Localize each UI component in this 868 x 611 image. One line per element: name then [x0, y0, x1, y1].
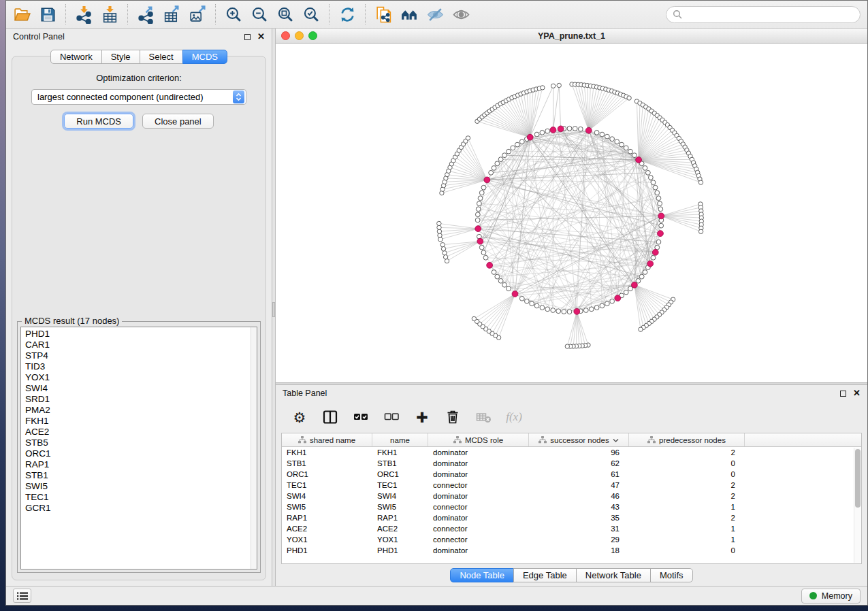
- table-cell[interactable]: STB1: [372, 458, 428, 469]
- mcds-hub-node[interactable]: [631, 282, 637, 288]
- network-node[interactable]: [441, 247, 445, 251]
- network-node[interactable]: [610, 137, 615, 142]
- network-node[interactable]: [565, 344, 569, 348]
- mcds-hub-node[interactable]: [652, 249, 658, 255]
- table-cell[interactable]: RAP1: [372, 512, 428, 523]
- network-node[interactable]: [658, 207, 663, 212]
- table-cell[interactable]: RAP1: [282, 512, 372, 523]
- network-node[interactable]: [643, 166, 647, 171]
- mcds-hub-node[interactable]: [487, 262, 493, 268]
- network-node[interactable]: [466, 136, 470, 140]
- network-node[interactable]: [632, 153, 637, 158]
- control-panel-close-button[interactable]: ✕: [257, 33, 265, 40]
- table-cell[interactable]: PHD1: [372, 545, 428, 556]
- mcds-hub-node[interactable]: [558, 126, 564, 132]
- tab-node-table[interactable]: Node Table: [450, 568, 514, 582]
- table-cell[interactable]: 46: [529, 491, 629, 501]
- splitter-handle[interactable]: [272, 302, 275, 317]
- table-cell[interactable]: 18: [529, 545, 629, 556]
- network-node[interactable]: [610, 299, 615, 303]
- network-node[interactable]: [476, 207, 481, 212]
- table-scrollbar-thumb[interactable]: [855, 449, 861, 508]
- network-node[interactable]: [498, 278, 503, 283]
- table-row[interactable]: RAP1RAP1dominator352: [282, 512, 861, 523]
- mcds-result-item[interactable]: RAP1: [21, 459, 257, 470]
- network-node[interactable]: [698, 180, 703, 184]
- mcds-result-item[interactable]: SWI5: [21, 481, 257, 492]
- export-network-button[interactable]: [133, 2, 159, 27]
- network-node[interactable]: [658, 201, 662, 206]
- network-node[interactable]: [540, 130, 545, 135]
- table-panel-float-button[interactable]: [840, 391, 846, 397]
- network-node[interactable]: [492, 166, 496, 171]
- network-node[interactable]: [624, 146, 628, 150]
- table-cell[interactable]: 43: [529, 501, 629, 512]
- table-cell[interactable]: 1: [629, 534, 745, 545]
- network-node[interactable]: [698, 229, 703, 233]
- table-cell[interactable]: 35: [529, 512, 629, 523]
- mcds-hub-node[interactable]: [550, 127, 556, 133]
- table-cell[interactable]: dominator: [428, 447, 529, 458]
- network-node[interactable]: [475, 212, 480, 217]
- network-node[interactable]: [653, 185, 658, 190]
- mcds-result-item[interactable]: ACE2: [21, 427, 257, 437]
- table-cell[interactable]: 0: [629, 545, 745, 556]
- mcds-hub-node[interactable]: [574, 308, 580, 314]
- close-panel-button[interactable]: Close panel: [142, 114, 214, 129]
- network-node[interactable]: [624, 290, 628, 295]
- network-node[interactable]: [648, 176, 653, 180]
- table-cell[interactable]: ACE2: [282, 523, 372, 534]
- mcds-result-item[interactable]: FKH1: [21, 416, 257, 427]
- export-table-button[interactable]: [159, 2, 184, 27]
- network-node[interactable]: [578, 127, 583, 131]
- split-view-button[interactable]: [320, 407, 340, 427]
- tab-select[interactable]: Select: [140, 50, 183, 64]
- network-node[interactable]: [445, 259, 449, 263]
- network-node[interactable]: [437, 221, 441, 225]
- network-node[interactable]: [605, 134, 609, 139]
- tab-mcds[interactable]: MCDS: [182, 50, 227, 64]
- network-node[interactable]: [437, 225, 441, 229]
- zoom-selected-button[interactable]: [298, 2, 324, 27]
- mcds-hub-node[interactable]: [585, 127, 592, 133]
- network-node[interactable]: [479, 245, 484, 250]
- mcds-result-item[interactable]: STP4: [21, 350, 257, 361]
- delete-entry-button[interactable]: [443, 407, 463, 427]
- mcds-hub-node[interactable]: [484, 177, 490, 183]
- table-cell[interactable]: 47: [529, 480, 629, 491]
- mcds-result-item[interactable]: YOX1: [21, 372, 257, 383]
- table-row[interactable]: STB1STB1dominator620: [282, 458, 861, 469]
- table-cell[interactable]: SWI5: [372, 501, 428, 512]
- network-node[interactable]: [562, 310, 566, 314]
- table-cell[interactable]: SWI4: [372, 491, 428, 501]
- table-cell[interactable]: ORC1: [372, 469, 428, 480]
- tab-network[interactable]: Network: [50, 50, 102, 64]
- network-node[interactable]: [551, 308, 556, 313]
- network-node[interactable]: [639, 274, 644, 279]
- add-entry-button[interactable]: ✚: [412, 407, 432, 427]
- tab-edge-table[interactable]: Edge Table: [513, 568, 577, 582]
- deselect-all-button[interactable]: [381, 407, 402, 427]
- network-node[interactable]: [478, 196, 483, 201]
- mcds-result-item[interactable]: GCR1: [21, 503, 257, 514]
- network-node[interactable]: [639, 327, 643, 331]
- table-cell[interactable]: PHD1: [282, 545, 372, 556]
- network-node[interactable]: [589, 307, 594, 312]
- tab-style[interactable]: Style: [101, 50, 140, 64]
- table-cell[interactable]: connector: [428, 523, 529, 534]
- network-node[interactable]: [502, 153, 507, 158]
- mcds-result-item[interactable]: PMA2: [21, 405, 257, 416]
- network-node[interactable]: [515, 142, 519, 147]
- column-header-successor-nodes[interactable]: successor nodes: [529, 433, 629, 446]
- refresh-view-button[interactable]: [334, 2, 360, 27]
- network-node[interactable]: [656, 196, 661, 201]
- network-node[interactable]: [495, 161, 500, 166]
- network-node[interactable]: [651, 180, 656, 185]
- mcds-hub-node[interactable]: [475, 226, 481, 232]
- table-cell[interactable]: TEC1: [372, 480, 428, 491]
- network-node[interactable]: [600, 132, 605, 137]
- memory-button[interactable]: Memory: [801, 589, 861, 604]
- network-node[interactable]: [498, 157, 503, 162]
- mcds-result-item[interactable]: PHD1: [21, 329, 257, 340]
- network-overview-button[interactable]: [396, 2, 422, 27]
